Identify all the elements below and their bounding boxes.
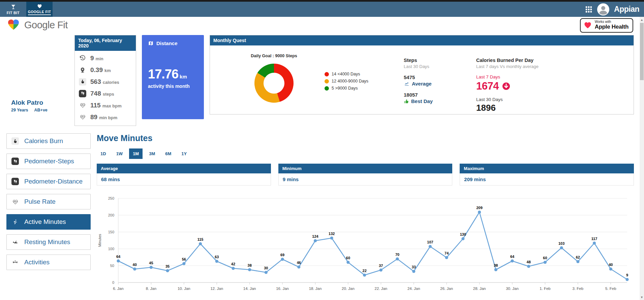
steps-subtitle: Last 30 Days	[404, 64, 476, 69]
calories-last7-value: 1674	[476, 80, 499, 92]
range-tab-3m[interactable]: 3M	[145, 148, 159, 159]
scroll-thumb[interactable]	[640, 23, 644, 80]
svg-text:46: 46	[297, 261, 301, 265]
svg-text:45: 45	[149, 261, 153, 265]
distance-value: 17.76	[148, 67, 178, 81]
move-minutes-chart: 0501001502002506. Jan8. Jan10. Jan12. Ja…	[97, 191, 634, 300]
today-stat-value: 89	[90, 113, 97, 121]
svg-text:42: 42	[231, 262, 235, 266]
today-stat-row: 9min	[79, 52, 132, 64]
svg-text:60: 60	[346, 256, 350, 260]
svg-text:14. Jan: 14. Jan	[243, 287, 256, 291]
range-tab-1y[interactable]: 1Y	[178, 148, 190, 159]
calories-last30-label: Last 30 Days	[476, 97, 625, 102]
steps-average-label: Average	[412, 81, 432, 87]
svg-text:70: 70	[395, 253, 399, 257]
svg-text:69: 69	[280, 253, 284, 257]
donut-legend-item: 12 4000-9000 Days	[325, 79, 404, 84]
today-card-header: Today, 06, February 2020	[75, 35, 136, 51]
page-scrollbar[interactable]: ▲ ▼	[640, 17, 644, 300]
svg-text:115: 115	[197, 237, 204, 241]
today-stat-value: 563	[90, 78, 101, 85]
today-summary-card: Today, 06, February 2020 9min 0.39km 563…	[74, 35, 136, 126]
svg-text:40: 40	[609, 263, 613, 267]
svg-text:40: 40	[133, 263, 137, 267]
runner-icon	[11, 218, 19, 226]
svg-text:74: 74	[444, 251, 449, 255]
legend-dot-icon	[325, 86, 329, 91]
legend-dot-icon	[325, 79, 329, 84]
heart-pulse-icon	[79, 102, 86, 109]
dumbbell-icon	[11, 259, 19, 266]
calories-title: Calories Burned Per Day	[476, 58, 625, 63]
apps-grid-icon[interactable]	[585, 6, 592, 13]
range-tab-1w[interactable]: 1W	[113, 148, 127, 159]
summary-stat-panels: Average 68 mins Minimum 9 mins Maximum 2…	[97, 164, 634, 186]
svg-text:63: 63	[215, 255, 219, 259]
svg-text:28. Jan: 28. Jan	[473, 287, 486, 291]
svg-text:50: 50	[110, 264, 114, 268]
sidebar-item-pedometer-steps[interactable]: Pedometer-Steps	[6, 154, 91, 169]
today-stat-row: 89min bpm	[79, 111, 132, 123]
app-title: Google Fit	[24, 20, 68, 31]
svg-text:60: 60	[543, 256, 547, 260]
nav-tab-google-fit[interactable]: GOOGLE FIT	[26, 2, 53, 17]
steps-best-label: Best Day	[411, 98, 433, 104]
flame-icon	[79, 78, 86, 86]
svg-text:132: 132	[329, 232, 335, 236]
nav-tab-label: FIT BIT	[7, 11, 20, 15]
scroll-up-arrow[interactable]: ▲	[640, 18, 644, 22]
today-stat-value: 9	[90, 55, 94, 62]
scroll-down-arrow[interactable]: ▼	[640, 295, 644, 299]
today-stat-row: 563calories	[79, 76, 132, 88]
steps-best-value: 18057	[404, 92, 476, 98]
legend-label: 5 >9000 Days	[332, 86, 358, 91]
svg-text:150: 150	[108, 230, 114, 234]
map-icon	[148, 40, 154, 46]
svg-text:200: 200	[108, 213, 114, 217]
sidebar-item-label: Resting Minutes	[24, 238, 70, 246]
svg-text:107: 107	[427, 240, 433, 244]
user-avatar[interactable]	[597, 3, 609, 15]
stat-panel-average: Average 68 mins	[97, 164, 271, 186]
steps-summary: Steps Last 30 Days 5475 Average 18057 Be…	[404, 51, 476, 113]
nav-tab-fit-bit[interactable]: FIT BIT	[0, 2, 26, 17]
svg-text:250: 250	[108, 196, 114, 200]
distance-card: Distance 17.76km activity this month	[142, 35, 204, 119]
sidebar-item-activities[interactable]: Activities	[6, 255, 91, 270]
profile-blood-group: AB+ve	[34, 108, 48, 112]
svg-text:64: 64	[116, 255, 121, 259]
sidebar-item-calories-burn[interactable]: Calories Burn	[6, 133, 91, 149]
stat-panel-value: 68 mins	[97, 173, 271, 186]
svg-text:22: 22	[363, 269, 367, 273]
profile-name: Alok Patro	[11, 99, 64, 106]
svg-text:10. Jan: 10. Jan	[178, 287, 190, 291]
page-title: Move Minutes	[97, 133, 634, 143]
legend-label: 14 <4000 Days	[332, 72, 360, 76]
legend-dot-icon	[325, 72, 329, 76]
range-tab-1d[interactable]: 1D	[97, 148, 110, 159]
svg-text:64: 64	[510, 255, 515, 259]
svg-text:3. Feb: 3. Feb	[573, 287, 584, 291]
range-tab-6m[interactable]: 6M	[161, 148, 175, 159]
steps-goal-donut-chart	[254, 64, 294, 103]
today-stat-row: 748steps	[79, 88, 132, 99]
sidebar-item-pedometer-distance[interactable]: Pedometer-Distance	[6, 174, 91, 189]
line-chart-icon	[404, 81, 410, 86]
apple-health-badge: Works with Apple Health	[580, 18, 633, 33]
sidebar-item-active-minutes[interactable]: Active Minutes	[6, 214, 91, 230]
heart-pulse-icon	[11, 198, 19, 205]
sidebar-item-resting-minutes[interactable]: Resting Minutes	[6, 234, 91, 250]
history-icon	[79, 55, 86, 62]
svg-text:24. Jan: 24. Jan	[407, 287, 420, 291]
svg-text:8. Jan: 8. Jan	[146, 287, 156, 291]
sidebar-item-pulse-rate[interactable]: Pulse Rate	[6, 194, 91, 209]
today-stat-row: 0.39km	[79, 64, 132, 76]
calories-last7-label: Last 7 Days	[476, 74, 625, 79]
svg-text:56: 56	[182, 257, 186, 261]
range-tab-1m[interactable]: 1M	[129, 148, 143, 159]
svg-text:12. Jan: 12. Jan	[210, 287, 223, 291]
steps-icon	[79, 90, 86, 97]
svg-text:22. Jan: 22. Jan	[374, 287, 387, 291]
nav-tabs: FIT BIT GOOGLE FIT	[0, 2, 53, 17]
